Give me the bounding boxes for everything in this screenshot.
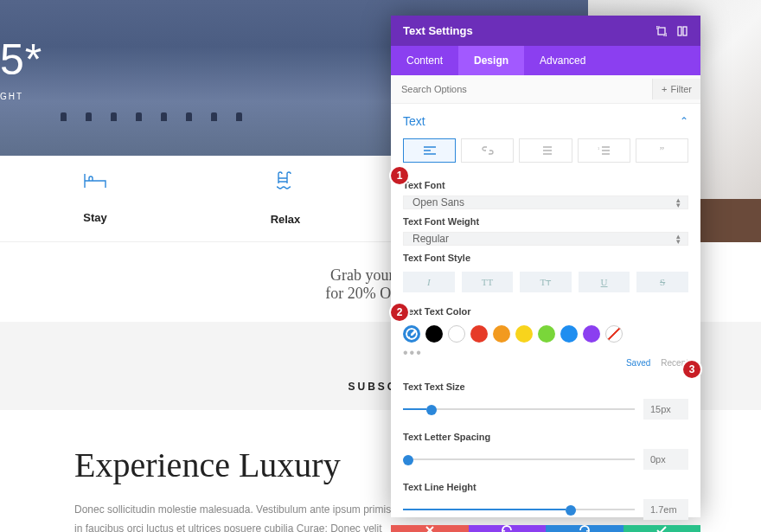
chevron-up-icon: ⌃ [680,115,688,127]
panel-title-bar[interactable]: Text Settings [391,16,700,46]
list-ol-button[interactable]: 1 [578,138,630,163]
color-swatch-black[interactable] [425,325,443,343]
color-swatch-purple[interactable] [583,325,600,343]
feature-label: Relax [271,213,301,226]
line-label: Text Line Height [391,475,700,497]
letter-value[interactable]: 0px [643,449,688,470]
weight-select[interactable]: Regular ▴▾ [403,232,688,246]
snap-icon[interactable] [676,25,688,37]
strike-button[interactable]: S [636,272,688,292]
font-select[interactable]: Open Sans ▴▾ [403,195,688,209]
weight-label: Text Font Weight [391,209,700,232]
annotation-1: 1 [391,167,408,184]
letter-slider-row: 0px [391,447,700,475]
feature-label: Stay [83,211,106,224]
color-swatch-none[interactable] [605,325,623,343]
feature-stay: Stay [0,156,190,241]
list-ul-button[interactable] [519,138,572,163]
font-value: Open Sans [412,196,464,208]
panel-title: Text Settings [403,24,473,37]
quote-button[interactable]: ” [636,138,688,163]
saved-tab[interactable]: Saved [626,358,650,368]
color-swatch-orange[interactable] [493,325,510,343]
luxury-heading: Experience Luxury [74,445,398,485]
line-slider[interactable] [403,503,635,516]
search-row: +Filter [391,75,700,104]
smallcaps-button[interactable]: Tᴛ [520,272,572,292]
font-label: Text Font [391,173,700,195]
feature-relax: Relax [190,156,380,241]
svg-rect-2 [683,27,687,35]
size-slider-row: 15px [391,397,700,425]
color-picker-button[interactable] [403,325,420,343]
svg-text:1: 1 [598,146,600,151]
select-caret-icon: ▴▾ [676,234,681,244]
svg-point-4 [408,337,410,338]
panel-footer [391,525,700,532]
color-row [391,322,700,346]
color-swatch-green[interactable] [538,325,555,343]
size-slider[interactable] [403,403,635,415]
section-header[interactable]: Text ⌃ [391,104,700,133]
redo-button[interactable] [546,525,624,532]
hero-silhouettes [61,112,242,121]
tab-advanced[interactable]: Advanced [524,46,601,75]
letter-slider[interactable] [403,453,635,465]
section-title: Text [403,114,425,128]
size-label: Text Text Size [391,375,700,397]
cancel-button[interactable] [391,525,469,532]
underline-button[interactable]: U [579,272,630,292]
size-value[interactable]: 15px [643,399,688,420]
svg-rect-0 [658,28,665,35]
align-row: 1 ” [391,133,700,173]
expand-icon[interactable] [655,25,668,37]
color-swatch-white[interactable] [448,325,465,343]
text-settings-panel: Text Settings Content Design Advanced +F… [391,16,700,517]
color-swatch-red[interactable] [470,325,488,343]
uppercase-button[interactable]: TT [462,272,514,292]
tab-content[interactable]: Content [391,46,458,75]
color-swatch-yellow[interactable] [515,325,533,343]
search-input[interactable] [391,75,652,103]
svg-rect-1 [678,27,681,35]
undo-button[interactable] [469,525,547,532]
luxury-body: Donec sollicitudin molestie malesuada. V… [74,501,398,532]
link-button[interactable] [461,138,514,163]
pool-icon [275,171,296,194]
italic-button[interactable]: I [403,272,455,292]
style-row: I TT Tᴛ U S [391,268,700,299]
line-slider-row: 1.7em [391,497,700,525]
annotation-2: 2 [391,304,408,321]
panel-tabs: Content Design Advanced [391,46,700,75]
style-label: Text Font Style [391,246,700,268]
letter-label: Text Letter Spacing [391,425,700,447]
color-swatch-blue[interactable] [560,325,578,343]
color-label: Text Text Color [391,299,700,322]
tab-design[interactable]: Design [458,46,524,75]
color-preset-tabs: Saved Recent [391,356,700,375]
confirm-button[interactable] [624,525,701,532]
align-left-button[interactable] [403,138,456,163]
filter-button[interactable]: +Filter [652,79,700,99]
more-dots-icon[interactable]: ••• [391,346,700,356]
annotation-3: 3 [683,361,700,378]
select-caret-icon: ▴▾ [676,197,681,208]
weight-value: Regular [412,233,449,245]
line-value[interactable]: 1.7em [643,499,688,520]
bed-icon [84,173,106,192]
luxury-section: Experience Luxury Donec sollicitudin mol… [0,410,398,532]
